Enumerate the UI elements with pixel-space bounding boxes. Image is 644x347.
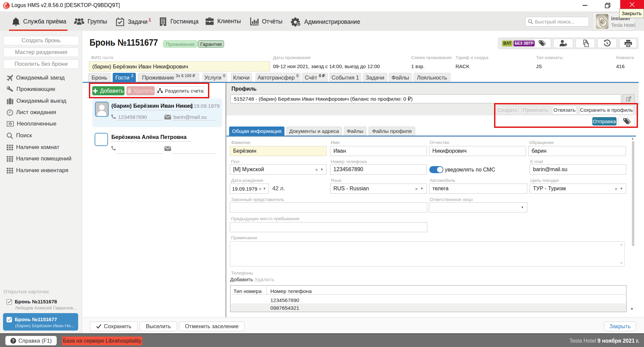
- svg-text:?: ?: [12, 338, 14, 343]
